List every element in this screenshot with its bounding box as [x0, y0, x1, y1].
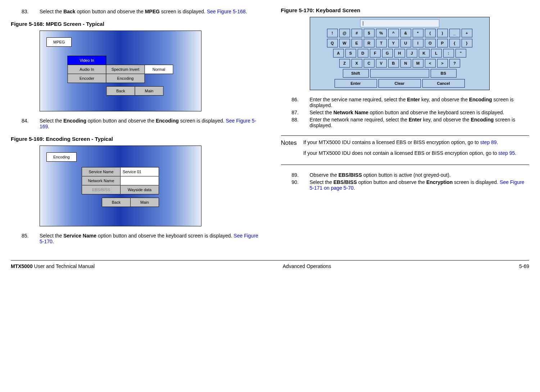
key[interactable]: $	[364, 29, 375, 37]
video-in-button[interactable]: Video In	[68, 56, 106, 65]
spectrum-invert-button[interactable]: Spectrum Invert	[106, 65, 145, 74]
key[interactable]: E	[351, 39, 362, 47]
link-step-95[interactable]: step 95	[498, 150, 515, 156]
key[interactable]: }	[462, 39, 472, 47]
key[interactable]: "	[455, 49, 466, 57]
key[interactable]: Q	[327, 39, 338, 47]
key[interactable]: O	[425, 39, 436, 47]
step-83: 83. Select the Back option button and ob…	[22, 9, 259, 14]
mpeg-screen: MPEG Video In Audio In Spectrum Invert N…	[40, 31, 201, 111]
key[interactable]: G	[382, 49, 393, 57]
key[interactable]: V	[376, 59, 387, 68]
backspace-key[interactable]: BS	[431, 69, 457, 78]
figure-169-caption: Figure 5-169: Encoding Screen - Typical	[11, 136, 259, 142]
key[interactable]: {	[449, 39, 460, 47]
key[interactable]: F	[370, 49, 381, 57]
back-button[interactable]: Back	[102, 198, 131, 207]
key[interactable]: L	[431, 49, 442, 57]
enter-key[interactable]: Enter	[335, 79, 377, 88]
text-bold: MPEG	[145, 9, 160, 14]
key[interactable]: >	[437, 59, 448, 68]
key[interactable]: J	[407, 49, 417, 57]
key[interactable]: _	[449, 29, 460, 37]
service-name-button[interactable]: Service Name	[82, 167, 121, 176]
keyboard-input[interactable]: |	[360, 19, 439, 27]
step-85: 85. Select the Service Name option butto…	[22, 233, 259, 244]
text-bold: Enter	[409, 117, 422, 123]
keyboard-row-4: Z X C V B N M < > ?	[339, 59, 460, 68]
key[interactable]: R	[364, 39, 375, 47]
key[interactable]: ?	[449, 59, 460, 68]
network-name-button[interactable]: Network Name	[82, 176, 121, 185]
key[interactable]: !	[327, 29, 338, 37]
text: screen is displayed.	[453, 179, 500, 185]
step-number: 90.	[292, 179, 310, 191]
step-text: Select the Back option button and observ…	[40, 9, 259, 14]
key[interactable]: :	[443, 49, 454, 57]
right-column: Figure 5-170: Keyboard Screen | ! @ # $ …	[281, 7, 530, 246]
text-bold: Encoding	[156, 118, 179, 124]
key[interactable]: N	[400, 59, 411, 68]
text: User and Technical Manual	[33, 263, 95, 269]
step-86: 86. Enter the service name required, sel…	[292, 97, 530, 108]
key[interactable]: M	[413, 59, 423, 68]
wayside-data-button[interactable]: Wayside data	[120, 185, 159, 194]
clear-key[interactable]: Clear	[378, 79, 421, 88]
main-button[interactable]: Main	[130, 198, 159, 207]
encoder-button[interactable]: Encoder	[68, 74, 106, 83]
key[interactable]: #	[351, 29, 362, 37]
step-90: 90. Select the EBS/BISS option button an…	[292, 179, 530, 191]
ebs-biss-button[interactable]: EBS/BISS	[82, 185, 121, 194]
main-button[interactable]: Main	[135, 86, 164, 96]
key[interactable]: P	[437, 39, 448, 47]
note-1: If your MTX5000 IDU contains a licensed …	[303, 139, 516, 145]
key[interactable]: <	[425, 59, 436, 68]
link-step-89[interactable]: step 89	[480, 139, 497, 145]
encoding-button[interactable]: Encoding	[106, 74, 145, 83]
text: Select the	[310, 110, 333, 115]
key[interactable]: D	[358, 49, 368, 57]
key[interactable]: %	[376, 29, 387, 37]
link-figure-168[interactable]: See Figure 5-168	[207, 9, 246, 14]
text: Select the	[310, 179, 333, 185]
key[interactable]: H	[394, 49, 405, 57]
key[interactable]: I	[413, 39, 423, 47]
audio-in-button[interactable]: Audio In	[68, 65, 106, 74]
key[interactable]: (	[425, 29, 436, 37]
key[interactable]: Y	[388, 39, 399, 47]
text-bold: Encoding	[63, 118, 86, 124]
key[interactable]: B	[388, 59, 399, 68]
key[interactable]: Z	[339, 59, 350, 68]
key[interactable]: X	[351, 59, 362, 68]
key[interactable]: &	[400, 29, 411, 37]
note-2: If your MTX5000 IDU does not contain a l…	[303, 150, 516, 156]
text: key, and observe the	[422, 117, 471, 123]
normal-value: Normal	[145, 65, 173, 74]
key[interactable]: U	[400, 39, 411, 47]
step-text: Select the Encoding option button and ob…	[40, 118, 259, 129]
key[interactable]: +	[462, 29, 472, 37]
text: If your MTX5000 IDU does not contain a l…	[303, 150, 498, 156]
key[interactable]: K	[419, 49, 430, 57]
figure-170-caption: Figure 5-170: Keyboard Screen	[281, 7, 530, 13]
page-footer: MTX5000 User and Technical Manual Advanc…	[11, 260, 529, 269]
service-name-value: Service 01	[120, 167, 159, 176]
step-number: 87.	[292, 110, 310, 115]
cancel-key[interactable]: Cancel	[422, 79, 465, 88]
space-key[interactable]	[370, 69, 429, 78]
key[interactable]: T	[376, 39, 387, 47]
key[interactable]: A	[333, 49, 344, 57]
key[interactable]: W	[339, 39, 350, 47]
step-number: 83.	[22, 9, 40, 14]
text: Enter the network name required, select …	[310, 117, 409, 123]
key[interactable]: @	[339, 29, 350, 37]
keyboard-screen: | ! @ # $ % ^ & * ( ) _ + Q W E R T	[310, 17, 490, 90]
shift-key[interactable]: Shift	[343, 69, 369, 78]
key[interactable]: *	[413, 29, 423, 37]
back-button[interactable]: Back	[106, 86, 135, 96]
key[interactable]: )	[437, 29, 448, 37]
key[interactable]: C	[364, 59, 375, 68]
encoding-screen: Encoding Service Name Service 01 Network…	[40, 146, 201, 226]
key[interactable]: S	[345, 49, 356, 57]
key[interactable]: ^	[388, 29, 399, 37]
